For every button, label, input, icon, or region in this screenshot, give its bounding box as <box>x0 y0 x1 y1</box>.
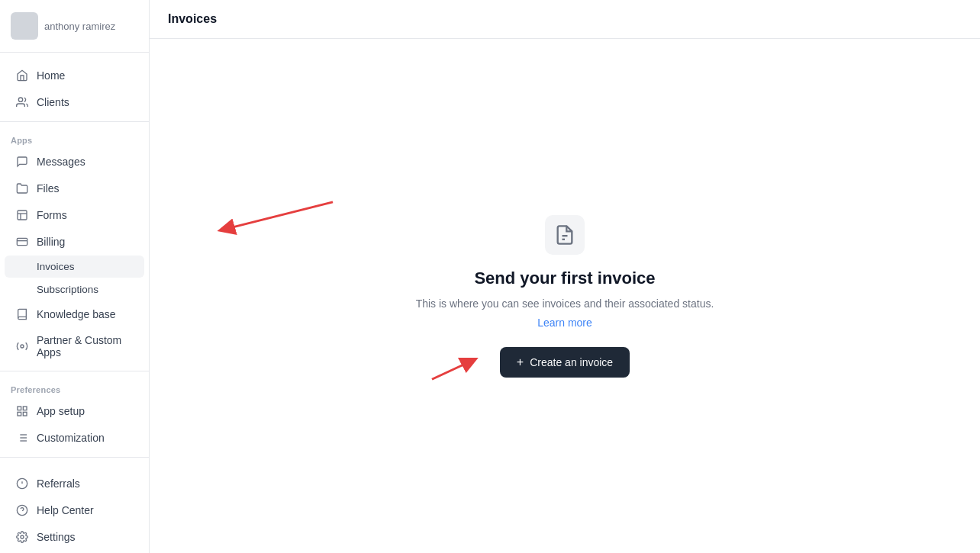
settings-icon <box>15 530 29 544</box>
sidebar-nav: Home Clients Apps Messages Files <box>0 53 149 553</box>
bottom-nav: Referrals Help Center Settings <box>0 464 149 553</box>
help-icon <box>15 503 29 517</box>
customization-icon <box>15 431 29 445</box>
sidebar-item-files-label: Files <box>37 182 60 195</box>
sidebar-item-invoices-label: Invoices <box>37 261 75 272</box>
user-name: anthony ramirez <box>44 21 115 32</box>
sidebar-item-subscriptions[interactable]: Subscriptions <box>5 278 144 301</box>
sidebar-item-app-setup[interactable]: App setup <box>5 398 144 424</box>
sidebar-item-billing[interactable]: Billing <box>5 229 144 255</box>
files-icon <box>15 182 29 195</box>
sidebar-item-billing-label: Billing <box>37 236 65 248</box>
sidebar-item-settings-label: Settings <box>37 531 76 543</box>
create-invoice-button[interactable]: + Create an invoice <box>500 347 630 378</box>
invoice-icon <box>554 224 575 246</box>
svg-rect-8 <box>23 407 27 410</box>
apps-section-label: Apps <box>0 128 149 148</box>
empty-state-description: This is where you can see invoices and t… <box>416 296 714 312</box>
sidebar-item-referrals-label: Referrals <box>37 477 80 490</box>
sidebar-item-help-center[interactable]: Help Center <box>5 497 144 523</box>
sidebar-item-files[interactable]: Files <box>5 175 144 201</box>
svg-rect-9 <box>23 412 27 416</box>
preferences-section-label: Preferences <box>0 378 149 397</box>
sidebar-item-home-label: Home <box>37 69 65 82</box>
home-icon <box>15 69 29 82</box>
sidebar-item-referrals[interactable]: Referrals <box>5 471 144 497</box>
sidebar-header: anthony ramirez <box>0 0 149 53</box>
empty-state-container: Send your first invoice This is where yo… <box>150 39 980 553</box>
svg-rect-7 <box>18 407 21 410</box>
divider-1 <box>0 121 149 122</box>
sidebar-item-home[interactable]: Home <box>5 63 144 88</box>
empty-state-title: Send your first invoice <box>474 268 655 288</box>
avatar <box>11 12 38 40</box>
plus-icon: + <box>517 355 524 369</box>
sidebar-item-app-setup-label: App setup <box>37 405 85 417</box>
sidebar-item-customization[interactable]: Customization <box>5 425 144 451</box>
svg-point-0 <box>18 98 22 101</box>
divider-2 <box>0 371 149 371</box>
svg-point-6 <box>21 345 24 348</box>
sidebar-item-clients[interactable]: Clients <box>5 89 144 115</box>
app-setup-icon <box>15 404 29 418</box>
sidebar-item-partner-custom-apps[interactable]: Partner & Custom Apps <box>5 328 144 365</box>
sidebar: anthony ramirez Home Clients Apps Messag… <box>0 0 150 553</box>
sidebar-item-customization-label: Customization <box>37 432 105 444</box>
learn-more-link[interactable]: Learn more <box>537 317 592 329</box>
page-title: Invoices <box>150 0 980 39</box>
clients-icon <box>15 95 29 109</box>
sidebar-item-clients-label: Clients <box>37 96 69 108</box>
sidebar-item-messages[interactable]: Messages <box>5 149 144 175</box>
divider-3 <box>0 457 149 458</box>
empty-state: Send your first invoice This is where yo… <box>416 215 714 378</box>
sidebar-item-subscriptions-label: Subscriptions <box>37 284 98 295</box>
referrals-icon <box>15 477 29 490</box>
svg-rect-1 <box>18 211 27 220</box>
billing-icon <box>15 235 29 249</box>
svg-point-22 <box>21 535 24 539</box>
invoice-icon-container <box>545 215 585 255</box>
sidebar-item-partner-label: Partner & Custom Apps <box>37 334 134 358</box>
svg-line-25 <box>226 202 333 229</box>
main-content-area: Invoices Send your first invoice This is… <box>150 0 980 553</box>
sidebar-item-forms-label: Forms <box>37 209 67 221</box>
sidebar-item-help-center-label: Help Center <box>37 504 94 516</box>
sidebar-item-messages-label: Messages <box>37 156 85 168</box>
sidebar-item-knowledge-base[interactable]: Knowledge base <box>5 301 144 327</box>
knowledge-icon <box>15 307 29 321</box>
sidebar-item-settings[interactable]: Settings <box>5 524 144 550</box>
messages-icon <box>15 155 29 169</box>
sidebar-item-knowledge-base-label: Knowledge base <box>37 308 116 320</box>
svg-rect-10 <box>18 412 21 416</box>
sidebar-item-forms[interactable]: Forms <box>5 202 144 228</box>
create-button-label: Create an invoice <box>530 356 613 368</box>
partner-icon <box>15 339 29 353</box>
svg-rect-4 <box>17 238 27 245</box>
sidebar-item-invoices[interactable]: Invoices <box>5 256 144 278</box>
forms-icon <box>15 208 29 222</box>
